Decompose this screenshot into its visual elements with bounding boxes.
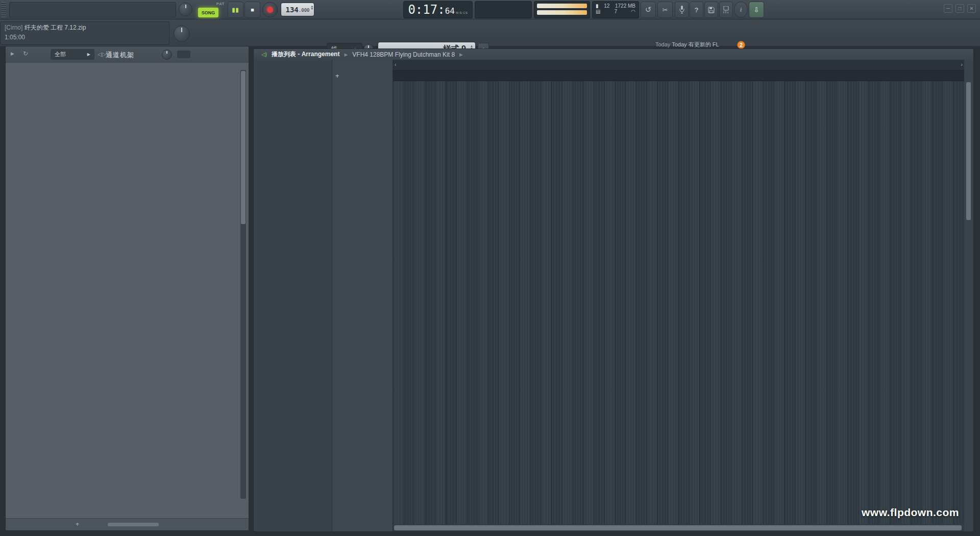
cut-tool-button[interactable]: ✂ [657,2,673,18]
oscilloscope[interactable] [475,1,532,18]
rack-play-icon[interactable]: ▶ [11,51,14,56]
add-track-button[interactable]: + [335,72,339,80]
pat-label[interactable]: PAT [216,2,225,6]
channel-rack-title[interactable]: 通道机架 [106,51,134,60]
playlist-grid[interactable] [393,81,964,527]
playlist-header: ◁) 播放列表 - Arrangement ▶ VFH4 128BPM Flyi… [254,49,973,60]
nav-scroll-right[interactable]: › [961,61,963,67]
record-icon [267,7,273,13]
breadcrumb-arrow2: ▶ [459,52,463,57]
pat-song-toggle[interactable]: PAT SONG [198,2,226,18]
memory-count: 7 [615,9,618,14]
rack-vertical-scrollbar[interactable] [240,70,246,499]
mic-button[interactable] [675,2,689,18]
typing-keyboard-recycle-button[interactable]: ↺ [641,2,656,18]
master-volume-knob[interactable] [174,26,190,42]
play-pause-button[interactable]: ▮▮ [228,2,243,18]
tempo-spinner[interactable]: ▲▼ [311,5,313,10]
playlist-kit-name[interactable]: VFH4 128BPM Flying Dutchman Kit 8 [352,51,455,58]
playlist-window: ◁) 播放列表 - Arrangement ▶ VFH4 128BPM Flyi… [253,48,974,532]
channel-filter-select[interactable]: 全部▶ [51,49,94,60]
memory-panel: ▮121722 MB ▤7◠ [592,1,639,18]
floppy-icon [708,7,715,13]
project-title: [Cirno] 纤夫的爱 工程 7.12.zip [5,23,165,32]
rack-display-box [177,51,190,58]
project-info-panel[interactable]: [Cirno] 纤夫的爱 工程 7.12.zip 1:05:00 [0,21,169,45]
playlist-title[interactable]: 播放列表 - Arrangement [272,50,339,59]
save-new-version-button[interactable] [719,2,733,18]
playlist-speaker-icon: ◁) [261,52,267,57]
floppy-plus-icon [723,6,729,14]
channel-rack-window: ▶ ↻ 全部▶ ◁▷ 通道机架 + [5,46,249,531]
memory-size: 1722 MB [615,3,635,9]
close-button[interactable]: ✕ [967,4,976,13]
song-label[interactable]: SONG [198,8,218,17]
channel-rack-header: ▶ ↻ 全部▶ ◁▷ 通道机架 [6,46,249,63]
notification-badge[interactable]: 2 [737,41,745,49]
fl-studio-window: PAT SONG ▮▮ ■ 134.000 ▲▼ 0:17:64 M:S:CS … [0,0,980,536]
add-channel-button[interactable]: + [76,521,79,528]
watermark: www.flpdown.com [862,506,959,519]
toolbar-grip[interactable] [1,2,6,17]
mic-icon [679,6,684,14]
minimize-button[interactable]: ─ [944,4,952,13]
record-button[interactable] [262,2,278,17]
menu-bar [9,2,176,17]
main-toolbar: PAT SONG ▮▮ ■ 134.000 ▲▼ 0:17:64 M:S:CS … [0,0,980,19]
track-header-column: + [332,60,393,531]
rack-speaker-icon: ◁▷ [97,51,106,58]
playlist-navigator[interactable]: ‹ › [393,60,964,70]
picker-tabs [254,61,332,70]
project-time: 1:05:00 [5,34,165,41]
maximize-button[interactable]: □ [955,4,964,13]
nav-scroll-left[interactable]: ‹ [395,61,397,67]
save-button[interactable] [704,2,718,18]
playlist-horizontal-scrollbar[interactable] [393,524,964,531]
rack-swing-icon[interactable]: ↻ [23,50,28,57]
meter-bar-1 [537,4,587,8]
secondary-toolbar: [Cirno] 纤夫的爱 工程 7.12.zip 1:05:00 线▶ 样式 9… [0,19,980,46]
playlist-vertical-scrollbar[interactable] [966,81,971,527]
meter-bar-2 [537,10,587,15]
help-button[interactable]: ? [690,2,703,18]
tempo-display[interactable]: 134.000 ▲▼ [281,3,314,16]
stop-button[interactable]: ■ [244,2,260,18]
pattern-picker-panel [254,60,332,531]
download-update-button[interactable]: ⇩ [749,2,764,18]
rack-volume-knob[interactable] [162,50,172,60]
time-display[interactable]: 0:17:64 M:S:CS [403,1,473,18]
playlist-timeline[interactable] [393,70,964,81]
main-volume-knob[interactable] [179,3,192,16]
cpu-meter-panel [534,1,590,18]
window-controls: ─ □ ✕ [944,4,976,13]
rack-bottom-bar: + [6,518,249,530]
memory-tracks: 12 [604,3,609,9]
breadcrumb-arrow: ▶ [344,52,348,57]
rack-horizontal-scrollbar[interactable] [108,523,159,526]
info-button[interactable]: i [734,2,748,18]
time-unit-label: M:S:CS [456,11,468,14]
